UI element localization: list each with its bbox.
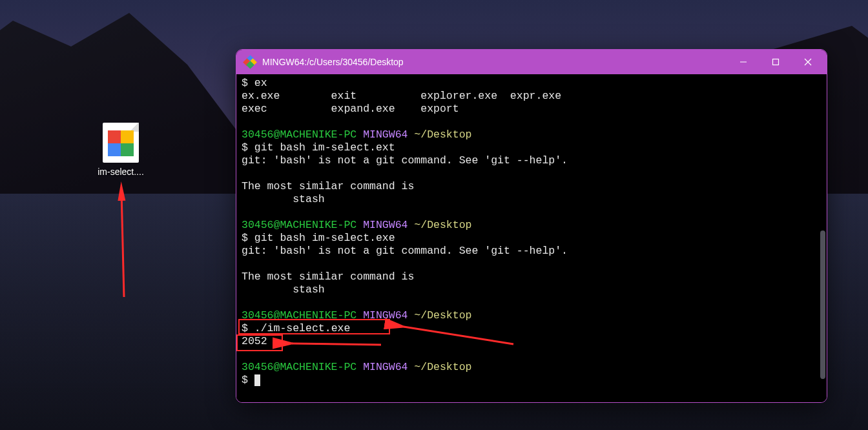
git-bash-icon [244, 56, 256, 68]
prompt-env: MINGW64 [356, 219, 408, 231]
svg-rect-2 [773, 59, 779, 65]
term-line: stash [242, 283, 325, 296]
term-command: $ git bash im-select.ext [242, 141, 395, 154]
window-titlebar[interactable]: MINGW64:/c/Users/30456/Desktop [236, 50, 827, 74]
prompt-path: ~/Desktop [408, 361, 471, 373]
term-line: The most similar command is [242, 180, 414, 192]
prompt-dollar: $ [242, 374, 254, 386]
prompt-user: 30456@MACHENIKE-PC [242, 128, 356, 141]
term-line: git: 'bash' is not a git command. See 'g… [242, 154, 568, 167]
term-command-run: ./im-select.exe [248, 322, 350, 334]
desktop-file-label: im-select.... [85, 167, 156, 177]
terminal-output[interactable]: $ ex ex.exe exit explorer.exe expr.exe e… [236, 74, 827, 402]
terminal-cursor [254, 374, 260, 386]
prompt-path: ~/Desktop [408, 219, 471, 231]
prompt-user: 30456@MACHENIKE-PC [242, 309, 356, 322]
term-line: The most similar command is [242, 271, 414, 283]
prompt-path: ~/Desktop [408, 128, 471, 141]
prompt-env: MINGW64 [356, 361, 408, 373]
terminal-window: MINGW64:/c/Users/30456/Desktop $ ex ex.e… [236, 49, 827, 403]
prompt-user: 30456@MACHENIKE-PC [242, 219, 356, 231]
term-command-dollar: $ [242, 322, 248, 334]
scrollbar-thumb[interactable] [820, 230, 825, 379]
window-title: MINGW64:/c/Users/30456/Desktop [262, 57, 727, 67]
minimize-button[interactable] [727, 50, 760, 74]
prompt-env: MINGW64 [356, 309, 408, 322]
term-line: exec expand.exe export [242, 103, 459, 115]
desktop-file-im-select[interactable]: im-select.... [85, 123, 156, 177]
term-line: stash [242, 193, 325, 205]
term-output-2052: 2052 [242, 335, 267, 347]
term-command: $ git bash im-select.exe [242, 232, 395, 244]
term-line: $ ex [242, 77, 267, 89]
maximize-button[interactable] [760, 50, 792, 74]
close-button[interactable] [792, 50, 824, 74]
prompt-path: ~/Desktop [408, 309, 471, 322]
file-icon [103, 123, 139, 163]
term-line: git: 'bash' is not a git command. See 'g… [242, 245, 568, 257]
term-line: ex.exe exit explorer.exe expr.exe [242, 90, 561, 102]
prompt-user: 30456@MACHENIKE-PC [242, 361, 356, 373]
prompt-env: MINGW64 [356, 128, 408, 141]
